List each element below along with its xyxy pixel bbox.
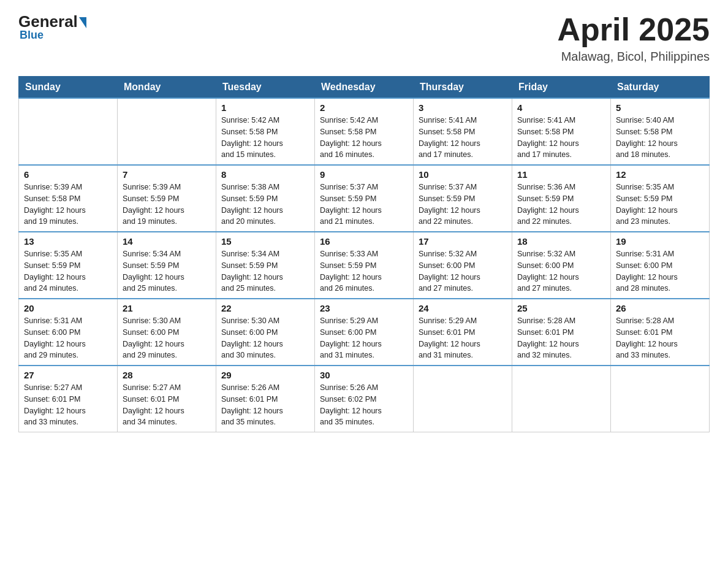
- day-number: 25: [517, 303, 605, 313]
- day-number: 11: [517, 169, 605, 180]
- logo-triangle-icon: [79, 17, 86, 28]
- day-number: 6: [24, 169, 112, 180]
- day-info: Sunrise: 5:30 AMSunset: 6:00 PMDaylight:…: [221, 315, 309, 361]
- day-info: Sunrise: 5:36 AMSunset: 5:59 PMDaylight:…: [517, 182, 605, 228]
- day-number: 22: [221, 303, 309, 313]
- day-info: Sunrise: 5:28 AMSunset: 6:01 PMDaylight:…: [616, 315, 704, 361]
- page-header: General Blue April 2025 Malawag, Bicol, …: [18, 12, 710, 64]
- day-number: 1: [221, 102, 309, 113]
- calendar-cell: [19, 98, 118, 165]
- title-area: April 2025 Malawag, Bicol, Philippines: [557, 12, 710, 64]
- calendar-cell: 26Sunrise: 5:28 AMSunset: 6:01 PMDayligh…: [611, 299, 710, 366]
- day-number: 20: [24, 303, 112, 313]
- calendar-cell: 14Sunrise: 5:34 AMSunset: 5:59 PMDayligh…: [118, 232, 216, 299]
- calendar-cell: 8Sunrise: 5:38 AMSunset: 5:59 PMDaylight…: [216, 165, 315, 232]
- day-number: 29: [221, 370, 309, 380]
- day-info: Sunrise: 5:33 AMSunset: 5:59 PMDaylight:…: [320, 248, 408, 294]
- weekday-header-wednesday: Wednesday: [315, 77, 414, 99]
- day-info: Sunrise: 5:37 AMSunset: 5:59 PMDaylight:…: [320, 182, 408, 228]
- calendar-cell: 23Sunrise: 5:29 AMSunset: 6:00 PMDayligh…: [315, 299, 414, 366]
- day-info: Sunrise: 5:42 AMSunset: 5:58 PMDaylight:…: [221, 115, 309, 161]
- week-row-2: 6Sunrise: 5:39 AMSunset: 5:58 PMDaylight…: [19, 165, 710, 232]
- day-number: 3: [419, 102, 507, 113]
- calendar-cell: 7Sunrise: 5:39 AMSunset: 5:59 PMDaylight…: [118, 165, 216, 232]
- day-info: Sunrise: 5:42 AMSunset: 5:58 PMDaylight:…: [320, 115, 408, 161]
- calendar-cell: 18Sunrise: 5:32 AMSunset: 6:00 PMDayligh…: [512, 232, 611, 299]
- calendar-cell: 27Sunrise: 5:27 AMSunset: 6:01 PMDayligh…: [19, 366, 118, 432]
- day-info: Sunrise: 5:26 AMSunset: 6:01 PMDaylight:…: [221, 382, 309, 428]
- calendar-cell: 17Sunrise: 5:32 AMSunset: 6:00 PMDayligh…: [414, 232, 512, 299]
- day-info: Sunrise: 5:38 AMSunset: 5:59 PMDaylight:…: [221, 182, 309, 228]
- day-number: 24: [419, 303, 507, 313]
- day-number: 12: [616, 169, 704, 180]
- day-number: 30: [320, 370, 408, 380]
- day-info: Sunrise: 5:34 AMSunset: 5:59 PMDaylight:…: [123, 248, 211, 294]
- day-info: Sunrise: 5:37 AMSunset: 5:59 PMDaylight:…: [419, 182, 507, 228]
- day-info: Sunrise: 5:41 AMSunset: 5:58 PMDaylight:…: [517, 115, 605, 161]
- day-number: 2: [320, 102, 408, 113]
- day-info: Sunrise: 5:31 AMSunset: 6:00 PMDaylight:…: [616, 248, 704, 294]
- day-number: 9: [320, 169, 408, 180]
- day-info: Sunrise: 5:35 AMSunset: 5:59 PMDaylight:…: [616, 182, 704, 228]
- calendar-cell: [611, 366, 710, 432]
- calendar-cell: 9Sunrise: 5:37 AMSunset: 5:59 PMDaylight…: [315, 165, 414, 232]
- calendar-cell: 24Sunrise: 5:29 AMSunset: 6:01 PMDayligh…: [414, 299, 512, 366]
- calendar-cell: 10Sunrise: 5:37 AMSunset: 5:59 PMDayligh…: [414, 165, 512, 232]
- day-number: 26: [616, 303, 704, 313]
- calendar-cell: [414, 366, 512, 432]
- day-number: 5: [616, 102, 704, 113]
- day-info: Sunrise: 5:39 AMSunset: 5:58 PMDaylight:…: [24, 182, 112, 228]
- week-row-1: 1Sunrise: 5:42 AMSunset: 5:58 PMDaylight…: [19, 98, 710, 165]
- calendar-cell: 21Sunrise: 5:30 AMSunset: 6:00 PMDayligh…: [118, 299, 216, 366]
- day-info: Sunrise: 5:28 AMSunset: 6:01 PMDaylight:…: [517, 315, 605, 361]
- location-title: Malawag, Bicol, Philippines: [557, 50, 710, 64]
- day-info: Sunrise: 5:34 AMSunset: 5:59 PMDaylight:…: [221, 248, 309, 294]
- day-info: Sunrise: 5:32 AMSunset: 6:00 PMDaylight:…: [517, 248, 605, 294]
- day-info: Sunrise: 5:29 AMSunset: 6:01 PMDaylight:…: [419, 315, 507, 361]
- day-info: Sunrise: 5:29 AMSunset: 6:00 PMDaylight:…: [320, 315, 408, 361]
- day-number: 28: [123, 370, 211, 380]
- calendar-cell: 15Sunrise: 5:34 AMSunset: 5:59 PMDayligh…: [216, 232, 315, 299]
- weekday-header-thursday: Thursday: [414, 77, 512, 99]
- day-info: Sunrise: 5:32 AMSunset: 6:00 PMDaylight:…: [419, 248, 507, 294]
- calendar-cell: 4Sunrise: 5:41 AMSunset: 5:58 PMDaylight…: [512, 98, 611, 165]
- weekday-header-saturday: Saturday: [611, 77, 710, 99]
- calendar-cell: 16Sunrise: 5:33 AMSunset: 5:59 PMDayligh…: [315, 232, 414, 299]
- calendar-cell: 6Sunrise: 5:39 AMSunset: 5:58 PMDaylight…: [19, 165, 118, 232]
- weekday-header-sunday: Sunday: [19, 77, 118, 99]
- day-number: 7: [123, 169, 211, 180]
- calendar-table: SundayMondayTuesdayWednesdayThursdayFrid…: [18, 76, 710, 432]
- weekday-header-row: SundayMondayTuesdayWednesdayThursdayFrid…: [19, 77, 710, 99]
- day-number: 14: [123, 236, 211, 247]
- day-number: 10: [419, 169, 507, 180]
- calendar-cell: 3Sunrise: 5:41 AMSunset: 5:58 PMDaylight…: [414, 98, 512, 165]
- calendar-cell: [512, 366, 611, 432]
- calendar-cell: 12Sunrise: 5:35 AMSunset: 5:59 PMDayligh…: [611, 165, 710, 232]
- week-row-5: 27Sunrise: 5:27 AMSunset: 6:01 PMDayligh…: [19, 366, 710, 432]
- weekday-header-friday: Friday: [512, 77, 611, 99]
- day-number: 16: [320, 236, 408, 247]
- calendar-cell: 5Sunrise: 5:40 AMSunset: 5:58 PMDaylight…: [611, 98, 710, 165]
- calendar-cell: 13Sunrise: 5:35 AMSunset: 5:59 PMDayligh…: [19, 232, 118, 299]
- day-info: Sunrise: 5:41 AMSunset: 5:58 PMDaylight:…: [419, 115, 507, 161]
- day-info: Sunrise: 5:35 AMSunset: 5:59 PMDaylight:…: [24, 248, 112, 294]
- day-info: Sunrise: 5:27 AMSunset: 6:01 PMDaylight:…: [123, 382, 211, 428]
- weekday-header-monday: Monday: [118, 77, 216, 99]
- logo-blue-text: Blue: [20, 29, 44, 42]
- month-title: April 2025: [557, 12, 710, 47]
- day-number: 27: [24, 370, 112, 380]
- day-info: Sunrise: 5:30 AMSunset: 6:00 PMDaylight:…: [123, 315, 211, 361]
- day-info: Sunrise: 5:39 AMSunset: 5:59 PMDaylight:…: [123, 182, 211, 228]
- day-info: Sunrise: 5:31 AMSunset: 6:00 PMDaylight:…: [24, 315, 112, 361]
- calendar-cell: [118, 98, 216, 165]
- day-number: 8: [221, 169, 309, 180]
- calendar-cell: 22Sunrise: 5:30 AMSunset: 6:00 PMDayligh…: [216, 299, 315, 366]
- day-number: 21: [123, 303, 211, 313]
- day-number: 15: [221, 236, 309, 247]
- calendar-cell: 1Sunrise: 5:42 AMSunset: 5:58 PMDaylight…: [216, 98, 315, 165]
- calendar-cell: 20Sunrise: 5:31 AMSunset: 6:00 PMDayligh…: [19, 299, 118, 366]
- day-number: 23: [320, 303, 408, 313]
- week-row-4: 20Sunrise: 5:31 AMSunset: 6:00 PMDayligh…: [19, 299, 710, 366]
- calendar-cell: 25Sunrise: 5:28 AMSunset: 6:01 PMDayligh…: [512, 299, 611, 366]
- day-number: 18: [517, 236, 605, 247]
